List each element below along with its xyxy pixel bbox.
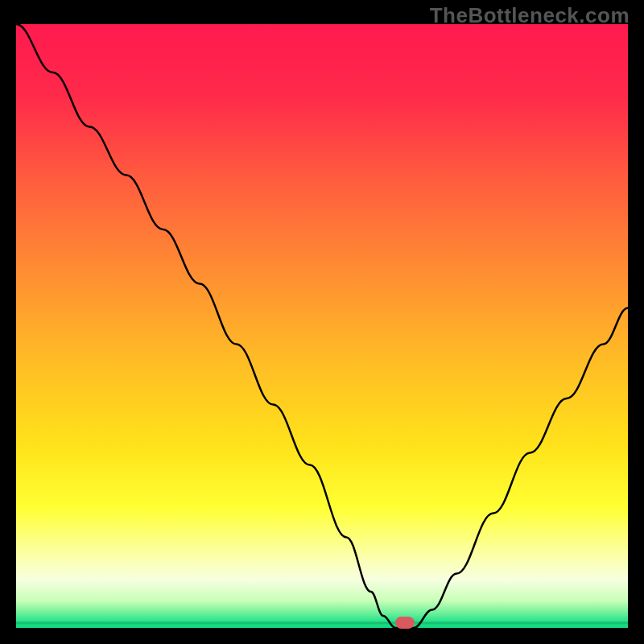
gradient-background [16,24,628,628]
plot-area [16,24,628,628]
watermark-text: TheBottleneck.com [430,3,630,28]
bottleneck-chart [16,24,628,628]
optimal-marker [395,617,415,629]
chart-frame: TheBottleneck.com [0,0,644,644]
